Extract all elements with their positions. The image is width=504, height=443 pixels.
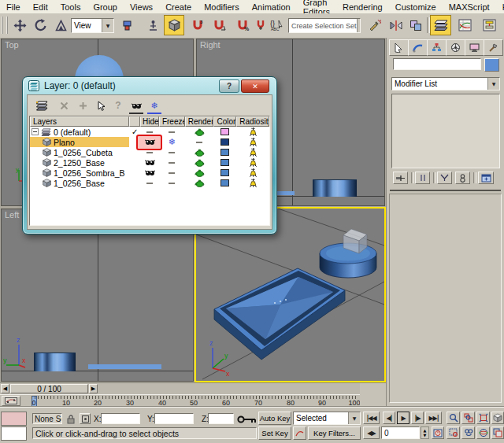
time-slider-right-arrow[interactable]: ▶ [89, 384, 98, 393]
layer-color-swatch[interactable] [220, 179, 229, 186]
remove-modifier-button[interactable] [455, 172, 470, 184]
color-swatch-cell[interactable] [213, 178, 236, 188]
pan-button[interactable] [461, 426, 475, 439]
time-configuration-button[interactable] [432, 426, 444, 439]
freeze-toggle[interactable] [159, 178, 185, 188]
render-toggle[interactable] [185, 178, 214, 188]
layer-row-1-0256-base[interactable]: 1_0256_Base [30, 178, 269, 188]
current-frame-field[interactable]: 0 [381, 426, 420, 439]
delete-layer-button[interactable] [57, 98, 71, 113]
auto-key-button[interactable]: Auto Key [258, 412, 291, 425]
hide-all-toggle-button[interactable] [129, 98, 143, 114]
open-mini-curve-editor-button[interactable] [2, 396, 20, 406]
zoom-extents-all-button[interactable] [491, 412, 504, 424]
pin-stack-button[interactable] [393, 172, 408, 184]
layer-color-swatch[interactable] [220, 149, 229, 156]
maximize-viewport-button[interactable] [491, 426, 504, 439]
tab-hierarchy[interactable] [427, 39, 447, 56]
layer-color-swatch[interactable] [220, 169, 229, 176]
reference-coordinate-dropdown[interactable]: View ▼ [71, 18, 114, 33]
curve-editor-button[interactable] [455, 17, 475, 34]
layer-color-swatch[interactable] [220, 128, 229, 135]
color-swatch-cell[interactable] [213, 168, 236, 178]
add-to-layer-button[interactable] [76, 98, 90, 113]
go-to-start-button[interactable]: |◀◀ [363, 412, 380, 424]
selection-lock-toggle[interactable] [66, 414, 76, 424]
y-coordinate-field[interactable] [154, 413, 194, 424]
time-slider-left-arrow[interactable]: ◀ [1, 384, 9, 393]
hide-toggle[interactable] [140, 157, 159, 168]
layer-dialog-titlebar[interactable]: Layer: 0 (default) ? ✕ [23, 77, 276, 94]
modifier-stack-list[interactable] [391, 94, 500, 168]
menu-animation[interactable]: Animation [246, 2, 297, 12]
viewport-right-label[interactable]: Right [200, 40, 220, 50]
mirror-button[interactable] [387, 17, 405, 34]
key-curve-button[interactable] [293, 426, 306, 440]
make-unique-button[interactable] [437, 172, 452, 184]
tab-create[interactable] [389, 39, 409, 56]
z-coordinate-field[interactable] [208, 413, 234, 424]
layer-color-swatch[interactable] [220, 159, 229, 166]
freeze-all-toggle-button[interactable]: ❄ [147, 98, 161, 114]
render-toggle[interactable] [185, 157, 214, 168]
freeze-toggle[interactable] [159, 168, 185, 178]
radiosity-toggle[interactable] [236, 127, 269, 137]
menu-create[interactable]: Create [159, 2, 198, 12]
zoom-button[interactable] [447, 412, 460, 424]
configure-modifier-sets-button[interactable] [478, 172, 494, 184]
tab-modify[interactable] [408, 39, 428, 56]
hide-toggle[interactable] [140, 168, 159, 178]
freeze-toggle[interactable] [159, 127, 185, 137]
color-swatch-cell[interactable] [213, 147, 236, 157]
chevron-down-icon[interactable]: ▼ [487, 78, 499, 90]
collapse-expander[interactable] [32, 128, 39, 135]
layer-row-sombra[interactable]: 1_0256_Sombra_B [30, 168, 269, 178]
select-and-move-button[interactable] [10, 17, 29, 34]
menu-maxscript[interactable]: MAXScript [443, 2, 496, 12]
set-keys-button[interactable] [237, 414, 257, 427]
render-toggle[interactable] [185, 147, 214, 157]
menu-file[interactable]: File [0, 2, 27, 12]
viewport-top-label[interactable]: Top [5, 40, 19, 50]
color-swatch-cell[interactable] [213, 157, 236, 168]
paint-selection-button[interactable] [365, 17, 384, 34]
layer-color-swatch[interactable] [220, 138, 229, 146]
select-and-rotate-button[interactable] [32, 17, 50, 34]
menu-edit[interactable]: Edit [27, 2, 54, 12]
color-swatch-cell[interactable] [213, 127, 236, 137]
layer-row-plano[interactable]: Plano ❄ [30, 137, 269, 147]
menu-views[interactable]: Views [124, 2, 159, 12]
snap-3d-button[interactable]: 3 [187, 17, 207, 34]
maxscript-mini-listener-white[interactable] [1, 426, 27, 441]
arc-rotate-button[interactable] [476, 426, 490, 439]
spinner-down-icon[interactable]: ▼ [424, 433, 427, 437]
tab-motion[interactable] [446, 39, 465, 56]
use-center-button[interactable] [118, 17, 136, 34]
set-key-button[interactable]: Set Key [258, 426, 291, 440]
menu-group[interactable]: Group [87, 2, 124, 12]
tab-display[interactable] [465, 39, 484, 56]
radiosity-toggle[interactable] [236, 157, 269, 168]
snaps-toggle-button[interactable] [164, 15, 184, 35]
region-zoom-button[interactable] [447, 426, 460, 439]
zoom-all-button[interactable] [461, 412, 475, 424]
key-filters-button[interactable]: Key Filters... [308, 426, 361, 440]
play-button[interactable]: ▶ [397, 412, 410, 424]
next-frame-button[interactable]: |▶ [411, 412, 424, 424]
angle-snap-button[interactable] [209, 17, 230, 34]
viewport-left-label[interactable]: Left [5, 210, 19, 220]
radiosity-toggle[interactable] [236, 137, 269, 147]
freeze-toggle[interactable] [159, 147, 185, 157]
menu-customize[interactable]: Customize [389, 2, 443, 12]
frame-spinner[interactable]: ▲ ▼ [421, 426, 429, 439]
object-color-swatch[interactable] [484, 58, 499, 72]
select-and-manipulate-button[interactable] [144, 17, 162, 34]
hide-toggle[interactable] [140, 137, 159, 147]
maxscript-mini-listener-pink[interactable] [1, 412, 27, 426]
absolute-mode-toggle[interactable] [80, 413, 91, 424]
render-toggle[interactable] [185, 127, 214, 137]
viewport-left[interactable]: z y x Left [1, 209, 194, 382]
dialog-close-button[interactable]: ✕ [241, 79, 269, 93]
menu-help[interactable]: Help [496, 2, 504, 12]
menu-rendering[interactable]: Rendering [336, 2, 389, 12]
